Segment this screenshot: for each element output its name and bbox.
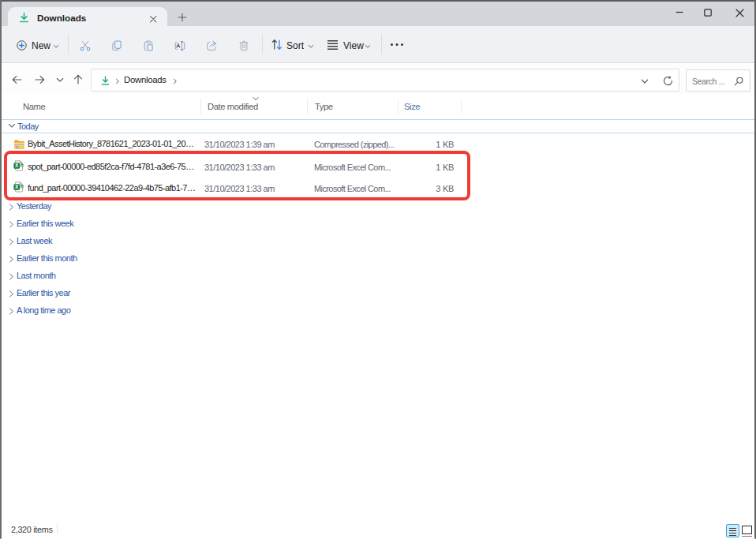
svg-text:X: X	[15, 163, 19, 168]
svg-text:X: X	[15, 184, 19, 189]
